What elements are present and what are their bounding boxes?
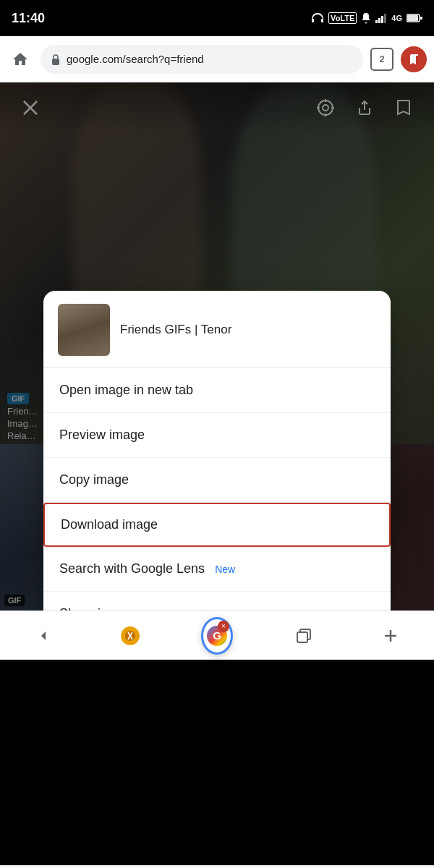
svg-rect-5 <box>407 15 418 21</box>
menu-item-copy-image[interactable]: Copy image <box>43 458 391 503</box>
headphone-icon <box>311 13 324 23</box>
lock-icon <box>51 54 61 65</box>
browser-bar: google.com/search?q=friend 2 <box>0 36 434 82</box>
menu-button[interactable] <box>401 46 427 72</box>
image-viewer: GIF Frien… Imag… Rela… GIF GIF <box>0 82 434 610</box>
svg-rect-16 <box>297 632 307 642</box>
status-icons: VoLTE 4G <box>311 12 422 24</box>
new-badge: New <box>215 563 235 575</box>
browser-back-button[interactable] <box>27 620 59 652</box>
browser-tabs-button[interactable] <box>288 620 320 652</box>
context-menu: Friends GIFs | Tenor Open image in new t… <box>43 291 391 610</box>
maverick-logo[interactable] <box>114 620 146 652</box>
url-text: google.com/search?q=friend <box>67 53 204 65</box>
svg-rect-0 <box>375 20 378 23</box>
context-menu-thumbnail <box>58 304 110 356</box>
browser-bottom-bar: G × <box>0 610 434 660</box>
browser-add-button[interactable] <box>375 620 407 652</box>
status-time: 11:40 <box>12 11 45 26</box>
main-content: GIF Frien… Imag… Rela… GIF GIF <box>0 82 434 865</box>
nav-bar <box>0 865 434 868</box>
4g-icon: 4G <box>391 14 402 22</box>
menu-item-download-image[interactable]: Download image <box>43 503 391 547</box>
menu-item-search-lens[interactable]: Search with Google Lens New <box>43 547 391 592</box>
svg-rect-6 <box>420 17 422 20</box>
status-bar: 11:40 VoLTE 4G <box>0 0 434 36</box>
tab-count[interactable]: 2 <box>370 48 393 71</box>
svg-rect-2 <box>381 16 383 23</box>
google-fab-button[interactable]: G × <box>201 620 233 652</box>
svg-rect-3 <box>384 14 386 23</box>
menu-item-open-new-tab[interactable]: Open image in new tab <box>43 368 391 413</box>
home-button[interactable] <box>7 46 33 72</box>
google-fab: G × <box>201 617 233 655</box>
volte-icon: VoLTE <box>328 12 357 24</box>
svg-rect-7 <box>52 59 59 65</box>
signal-icon <box>375 13 387 23</box>
context-menu-site-title: Friends GIFs | Tenor <box>120 323 231 337</box>
url-bar[interactable]: google.com/search?q=friend <box>41 45 363 74</box>
svg-rect-1 <box>378 18 380 23</box>
menu-item-share-image[interactable]: Share image <box>43 592 391 610</box>
bell-off-icon <box>361 12 371 24</box>
battery-icon <box>407 14 422 22</box>
menu-item-preview-image[interactable]: Preview image <box>43 413 391 458</box>
thumbnail-image <box>58 304 110 356</box>
close-badge: × <box>218 621 229 632</box>
context-menu-header: Friends GIFs | Tenor <box>43 291 391 368</box>
